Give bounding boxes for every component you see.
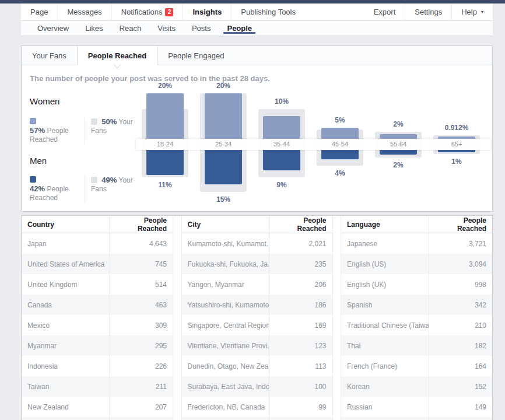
cell-name: Taiwan <box>22 383 109 391</box>
cell-name: Mexico <box>22 321 109 330</box>
men-bar-18-24 <box>146 150 184 175</box>
people-reached-panel: Your FansPeople ReachedPeople Engaged Th… <box>21 46 493 212</box>
cell-name: Russian <box>341 403 429 411</box>
cell-value: 309 <box>109 315 173 335</box>
table-row: Indonesia226 <box>22 356 173 376</box>
demographics-chart: 18-2420%11%25-3420%15%35-4410%9%45-545%4… <box>22 46 492 211</box>
table-row: New Zealand207 <box>22 397 173 417</box>
table-header-row: CityPeople Reached <box>182 216 332 233</box>
subnav-item-posts[interactable]: Posts <box>184 21 219 36</box>
reach-tables-panel: CountryPeople ReachedJapan4,643United St… <box>21 215 493 420</box>
age-tick-25-34: 25-34 <box>194 141 253 148</box>
cell-value: 235 <box>269 254 332 274</box>
age-tick-65+: 65+ <box>427 141 486 148</box>
cell-value: 206 <box>269 274 332 295</box>
cell-value: 182 <box>429 335 492 356</box>
cell-value <box>109 417 173 420</box>
women-bar-18-24 <box>146 93 184 139</box>
nav-item-label: Page <box>30 8 48 16</box>
men-pct-label-18-24: 11% <box>136 181 194 189</box>
nav-item-publishing-tools[interactable]: Publishing Tools <box>232 4 305 20</box>
cell-name: Yangon, Myanmar <box>182 281 269 289</box>
cell-name: English (US) <box>341 260 429 268</box>
table-row: Canada463 <box>22 295 173 315</box>
subnav-item-label: Overview <box>37 24 69 33</box>
men-pct-label-65+: 1% <box>427 158 486 166</box>
table-row: Thai182 <box>341 335 492 356</box>
table-language: LanguagePeople ReachedJapanese3,721Engli… <box>341 216 492 420</box>
cell-value: 100 <box>269 376 332 397</box>
cell-name: English (UK) <box>341 281 429 289</box>
table-row: Yangon, Myanmar206 <box>182 274 332 295</box>
subnav-item-label: Posts <box>192 24 211 33</box>
cell-value: 169 <box>269 315 332 335</box>
subnav-item-label: Reach <box>120 24 142 33</box>
nav-item-settings[interactable]: Settings <box>405 4 451 20</box>
men-bar-65+ <box>438 150 475 152</box>
column-header-city: City <box>182 220 269 229</box>
men-bar-55-64 <box>380 150 417 155</box>
women-pct-label-25-34: 20% <box>194 82 253 90</box>
table-city: CityPeople ReachedKumamoto-shi, Kumamot.… <box>181 216 333 420</box>
nav-item-page[interactable]: Page <box>21 4 58 20</box>
nav-item-help[interactable]: Help▾ <box>451 4 493 20</box>
cell-name: Japan <box>22 240 109 248</box>
table-row: United Kingdom514 <box>22 274 173 295</box>
men-bar-25-34 <box>205 150 242 184</box>
cell-name: United States of America <box>22 260 109 268</box>
nav-item-label: Notifications <box>121 8 163 16</box>
women-bar-45-54 <box>321 128 359 139</box>
nav-item-insights[interactable]: Insights <box>183 4 232 20</box>
cell-value: 152 <box>429 376 492 397</box>
subnav-item-people[interactable]: People <box>219 21 260 36</box>
women-pct-label-65+: 0.912% <box>427 124 486 132</box>
table-country: CountryPeople ReachedJapan4,643United St… <box>22 216 173 420</box>
cell-value: 2,021 <box>269 233 332 254</box>
table-row: Yatsushiro-shi, Kumamoto...186 <box>182 295 332 315</box>
men-pct-label-55-64: 2% <box>369 161 427 169</box>
subnav-item-likes[interactable]: Likes <box>77 21 111 36</box>
cell-name: Indonesia <box>22 362 109 370</box>
nav-item-notifications[interactable]: Notifications2 <box>112 4 184 20</box>
cell-name: Fukuoka-shi, Fukuoka, Ja... <box>182 260 269 268</box>
cell-value: 164 <box>429 356 492 376</box>
men-pct-label-25-34: 15% <box>194 195 253 204</box>
cell-value: 4,643 <box>109 233 173 254</box>
nav-item-label: Insights <box>192 8 222 16</box>
cell-value: 207 <box>109 397 173 417</box>
subnav-item-label: Likes <box>85 24 103 33</box>
cell-name: French (France) <box>341 362 429 370</box>
cell-value: 745 <box>109 254 173 274</box>
age-tick-45-54: 45-54 <box>311 141 369 148</box>
nav-right-group: ExportSettingsHelp▾ <box>364 4 493 20</box>
subnav-item-visits[interactable]: Visits <box>149 21 184 36</box>
table-row: English (US)3,094 <box>341 254 492 274</box>
cell-value: 3,094 <box>429 254 492 274</box>
cell-value: 342 <box>429 295 492 315</box>
cell-name: New Zealand <box>22 403 109 411</box>
women-pct-label-35-44: 10% <box>253 97 311 106</box>
cell-name: Korean <box>341 383 429 391</box>
top-nav: PageMessagesNotifications2InsightsPublis… <box>21 4 493 21</box>
men-bar-45-54 <box>321 150 359 159</box>
cell-name: Singapore, Central Region... <box>182 321 269 330</box>
table-row: Fukuoka-shi, Fukuoka, Ja...235 <box>182 254 332 274</box>
cell-value: 514 <box>109 274 173 295</box>
age-tick-55-64: 55-64 <box>369 141 427 148</box>
cell-value: 99 <box>269 397 332 417</box>
cell-value: 186 <box>269 295 332 315</box>
nav-item-label: Settings <box>415 8 442 16</box>
table-row: Japan4,643 <box>22 233 173 254</box>
chevron-down-icon: ▾ <box>481 9 483 15</box>
column-header-people-reached: People Reached <box>429 216 492 233</box>
subnav-item-overview[interactable]: Overview <box>29 21 77 36</box>
subnav-item-reach[interactable]: Reach <box>111 21 150 36</box>
cell-name: Fredericton, NB, Canada <box>182 403 269 411</box>
cell-name: Canada <box>22 301 109 309</box>
men-pct-label-35-44: 9% <box>253 181 311 189</box>
table-row: Traditional Chinese (Taiwan)210 <box>341 315 492 335</box>
nav-item-messages[interactable]: Messages <box>58 4 111 20</box>
men-bar-35-44 <box>263 150 300 170</box>
nav-item-export[interactable]: Export <box>364 4 405 20</box>
insights-subnav: OverviewLikesReachVisitsPostsPeople <box>21 21 493 36</box>
